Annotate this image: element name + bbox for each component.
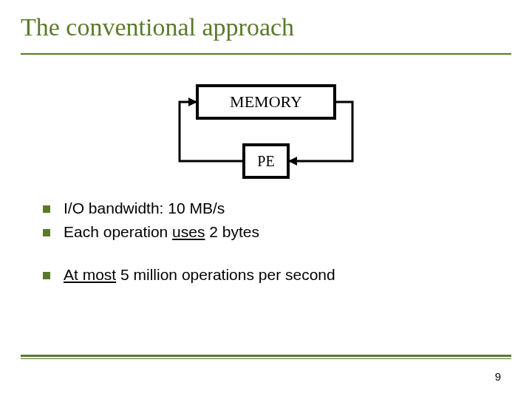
title-underline (21, 53, 511, 55)
memory-box-label: MEMORY (230, 92, 302, 111)
bullet-icon (43, 205, 50, 213)
memory-pe-diagram: MEMORY PE (159, 65, 373, 183)
page-number: 9 (495, 370, 501, 383)
bullet-list: I/O bandwidth: 10 MB/s Each operation us… (43, 200, 511, 284)
bullet-icon (43, 272, 50, 279)
slide: The conventional approach MEMORY PE I/O … (0, 0, 532, 399)
bullet-item-1: I/O bandwidth: 10 MB/s (43, 200, 511, 217)
footer-rule (21, 355, 511, 359)
slide-title: The conventional approach (21, 13, 511, 49)
bullet-item-2: Each operation uses 2 bytes (43, 223, 511, 241)
bullet-text-3: At most 5 million operations per second (64, 266, 335, 284)
diagram-container: MEMORY PE (21, 65, 511, 186)
bullet-text-2: Each operation uses 2 bytes (64, 223, 259, 241)
bullet-icon (43, 229, 50, 236)
bullet-item-3: At most 5 million operations per second (43, 266, 511, 284)
bullet-text-1: I/O bandwidth: 10 MB/s (64, 200, 225, 217)
pe-box-label: PE (257, 153, 274, 169)
